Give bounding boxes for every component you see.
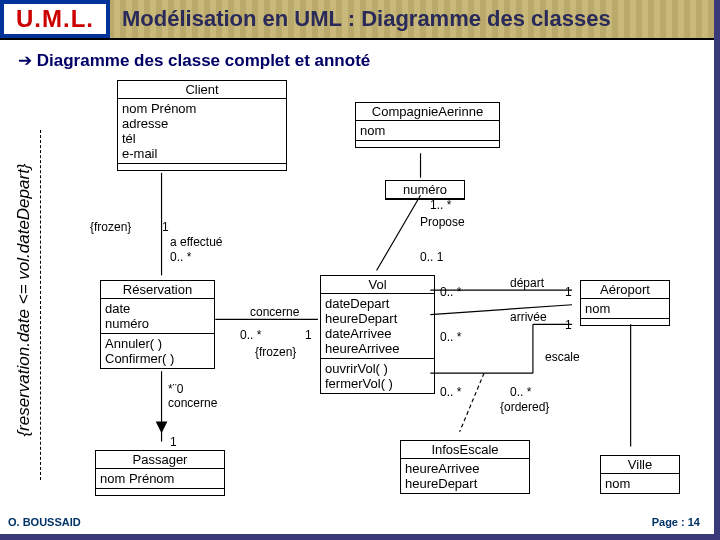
lbl-mult: 0.. *	[170, 250, 191, 264]
class-name: Vol	[321, 276, 434, 294]
op: ouvrirVol( )	[325, 361, 430, 376]
class-ops	[118, 164, 286, 170]
attr: heureDepart	[405, 476, 525, 491]
lbl-mult: 1.. *	[430, 198, 451, 212]
attr: nom	[585, 301, 665, 316]
lbl-mult: *¨0	[168, 382, 183, 396]
lbl-mult: 0.. *	[510, 385, 531, 399]
class-passager: Passager nom Prénom	[95, 450, 225, 496]
class-vol: Vol dateDepart heureDepart dateArrivee h…	[320, 275, 435, 394]
class-numero: numéro	[385, 180, 465, 200]
lbl-concerne: concerne	[250, 305, 299, 319]
attr: dateArrivee	[325, 326, 430, 341]
class-attrs: dateDepart heureDepart dateArrivee heure…	[321, 294, 434, 359]
lbl-one: 1	[565, 285, 572, 299]
class-ops	[96, 489, 224, 495]
class-name: CompagnieAerinne	[356, 103, 499, 121]
class-client: Client nom Prénom adresse tél e-mail	[117, 80, 287, 171]
class-attrs: nom	[581, 299, 669, 319]
class-reservation: Réservation date numéro Annuler( ) Confi…	[100, 280, 215, 369]
attr: date	[105, 301, 210, 316]
attr: nom	[360, 123, 495, 138]
header: U.M.L. Modélisation en UML : Diagramme d…	[0, 0, 714, 40]
attr: heureArrivee	[325, 341, 430, 356]
attr: heureArrivee	[405, 461, 525, 476]
class-ops	[581, 319, 669, 325]
lbl-frozen: {frozen}	[255, 345, 296, 359]
page-title: Modélisation en UML : Diagramme des clas…	[110, 0, 714, 38]
constraint-guide-line	[40, 130, 41, 480]
lbl-one: 1	[565, 318, 572, 332]
class-ville: Ville nom	[600, 455, 680, 494]
lbl-one: 1	[305, 328, 312, 342]
class-attrs: nom	[601, 474, 679, 493]
svg-marker-3	[157, 422, 167, 432]
attr: tél	[122, 131, 282, 146]
lbl-depart: départ	[510, 276, 544, 290]
class-name: Ville	[601, 456, 679, 474]
class-attrs: heureArrivee heureDepart	[401, 459, 529, 493]
lbl-concerne: concerne	[168, 396, 217, 410]
class-name: Passager	[96, 451, 224, 469]
attr: numéro	[105, 316, 210, 331]
attr: nom Prénom	[100, 471, 220, 486]
section-heading: Diagramme des classe complet et annoté	[0, 40, 714, 75]
class-ops: ouvrirVol( ) fermerVol( )	[321, 359, 434, 393]
class-name: Réservation	[101, 281, 214, 299]
side-constraint: {reservation.date <= vol.dateDepart}	[14, 140, 34, 460]
attr: adresse	[122, 116, 282, 131]
op: Confirmer( )	[105, 351, 210, 366]
lbl-mult: 0.. *	[440, 330, 461, 344]
attr: dateDepart	[325, 296, 430, 311]
attr: nom	[605, 476, 675, 491]
svg-line-7	[430, 305, 572, 315]
svg-line-5	[377, 195, 421, 270]
class-attrs: nom Prénom	[96, 469, 224, 489]
lbl-escale: escale	[545, 350, 580, 364]
class-compagnie: CompagnieAerinne nom	[355, 102, 500, 148]
lbl-aeffectue: a effectué	[170, 235, 223, 249]
lbl-arrivee: arrivée	[510, 310, 547, 324]
class-ops	[356, 141, 499, 147]
class-aeroport: Aéroport nom	[580, 280, 670, 326]
footer: O. BOUSSAID Page : 14	[0, 510, 708, 534]
attr: e-mail	[122, 146, 282, 161]
class-name: Aéroport	[581, 281, 669, 299]
class-attrs: nom Prénom adresse tél e-mail	[118, 99, 286, 164]
class-ops: Annuler( ) Confirmer( )	[101, 334, 214, 368]
lbl-mult: 0.. *	[440, 285, 461, 299]
lbl-mult: 0.. *	[440, 385, 461, 399]
attr: nom Prénom	[122, 101, 282, 116]
class-attrs: date numéro	[101, 299, 214, 334]
lbl-ordered: {ordered}	[500, 400, 549, 414]
lbl-mult: 0.. *	[240, 328, 261, 342]
footer-page: Page : 14	[652, 516, 700, 528]
diagram-canvas: {reservation.date <= vol.dateDepart} Cli…	[0, 80, 714, 510]
op: fermerVol( )	[325, 376, 430, 391]
class-attrs: nom	[356, 121, 499, 141]
op: Annuler( )	[105, 336, 210, 351]
attr: heureDepart	[325, 311, 430, 326]
class-name: Client	[118, 81, 286, 99]
svg-line-11	[460, 373, 484, 432]
class-name: InfosEscale	[401, 441, 529, 459]
lbl-frozen: {frozen}	[90, 220, 131, 234]
lbl-one: 1	[162, 220, 169, 234]
logo-box: U.M.L.	[0, 0, 110, 38]
lbl-propose: Propose	[420, 215, 465, 229]
footer-author: O. BOUSSAID	[8, 516, 81, 528]
lbl-mult: 0.. 1	[420, 250, 443, 264]
class-name: numéro	[386, 181, 464, 199]
class-infosescale: InfosEscale heureArrivee heureDepart	[400, 440, 530, 494]
lbl-one: 1	[170, 435, 177, 449]
